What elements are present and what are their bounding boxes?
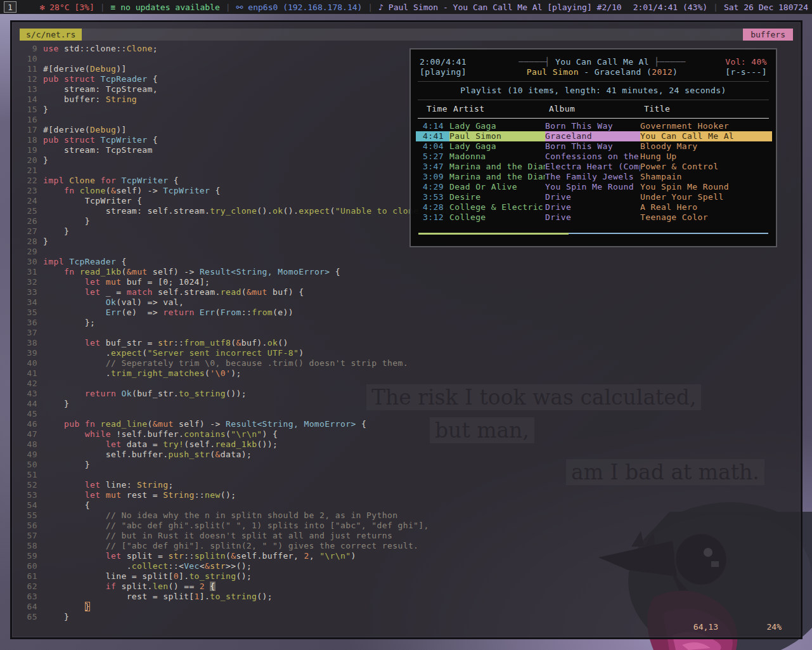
buffers-label[interactable]: buffers <box>743 29 793 41</box>
updates-module: ≡ no updates available <box>111 3 220 12</box>
playlist-row[interactable]: 3:47Marina and the DiamoElectra Heart (C… <box>411 162 776 172</box>
line-number: 27 <box>20 226 37 237</box>
cell-album: Confessions on the D <box>545 152 640 162</box>
column-time[interactable]: Time <box>420 104 453 114</box>
cell-title: You Spin Me Round <box>640 182 772 192</box>
line-number: 35 <box>20 308 37 318</box>
module-separator: | <box>94 3 111 12</box>
line-number: 28 <box>20 237 37 247</box>
line-number: 20 <box>20 155 37 166</box>
code-line: 48 let data = try!(self.read_1kb()); <box>20 439 793 450</box>
playlist[interactable]: 4:14Lady GagaBorn This WayGovernment Hoo… <box>411 121 776 223</box>
line-number: 10 <box>20 54 37 64</box>
line-number: 37 <box>20 328 37 338</box>
line-number: 44 <box>20 399 37 409</box>
code-line: 54 { <box>20 500 793 510</box>
line-number: 33 <box>20 287 37 297</box>
code-line: 56 // "abc def ghi".split(" ", 1) splits… <box>20 521 793 531</box>
line-number: 57 <box>20 531 37 541</box>
player-flags: [r-s---] <box>709 67 767 77</box>
line-number: 30 <box>20 257 37 267</box>
playlist-row[interactable]: 4:28College & Electric YDriveA Real Hero <box>411 202 776 212</box>
line-number: 52 <box>20 480 37 490</box>
line-number: 34 <box>20 297 37 308</box>
title-decoration-right: ├───── <box>649 57 686 67</box>
line-number: 15 <box>20 105 37 115</box>
tab-net-rs[interactable]: s/c/net.rs <box>20 29 82 41</box>
line-number: 56 <box>20 521 37 531</box>
code-line: 46 pub fn read_line(&mut self) -> Result… <box>20 419 793 429</box>
code-line: 43 return Ok(buf_str.to_string()); <box>20 389 793 399</box>
cell-time: 3:12 <box>416 212 449 223</box>
music-player-window[interactable]: 2:00/4:41 ─────┤ You Can Call Me Al ├───… <box>409 48 777 247</box>
column-artist[interactable]: Artist <box>453 104 549 114</box>
cell-title: Shampain <box>640 172 772 182</box>
cell-time: 3:47 <box>416 162 449 172</box>
line-number: 26 <box>20 216 37 226</box>
playlist-row[interactable]: 4:29Dead Or AliveYou Spin Me RoundYou Sp… <box>411 182 776 192</box>
scroll-percent: 24% <box>767 622 782 632</box>
player-track-title: ─────┤ You Can Call Me Al ├───── <box>496 57 709 67</box>
progress-remaining <box>569 233 768 234</box>
code-line: 57 // but in Rust it doesn't split at al… <box>20 531 793 541</box>
cell-artist: College <box>449 212 545 223</box>
line-number: 43 <box>20 389 37 399</box>
track-progress-bar[interactable] <box>418 232 768 235</box>
line-number: 58 <box>20 541 37 551</box>
cell-time: 4:29 <box>416 182 449 192</box>
workspace-indicator[interactable]: 1 <box>4 1 16 13</box>
line-number: 46 <box>20 419 37 429</box>
code-line: 34 Ok(val) => val, <box>20 297 793 308</box>
cell-artist: Lady Gaga <box>449 121 545 131</box>
vim-cursor: } <box>85 602 90 611</box>
code-line: 61 line = split[0].to_string(); <box>20 571 793 582</box>
line-number: 39 <box>20 348 37 358</box>
cell-artist: Madonna <box>449 152 545 162</box>
code-line: 49 self.buffer.push_str(&data); <box>20 450 793 460</box>
line-number: 32 <box>20 277 37 287</box>
progress-played <box>418 233 569 235</box>
title-decoration-left: ─────┤ <box>519 57 555 67</box>
code-line: 58 // ["abc def ghi"]. splitn(2, " ") gi… <box>20 541 793 551</box>
playlist-row[interactable]: 3:12CollegeDriveTeenage Color <box>411 212 776 223</box>
column-title[interactable]: Title <box>644 104 767 114</box>
playlist-row[interactable]: 5:27MadonnaConfessions on the DHung Up <box>411 152 776 162</box>
player-volume[interactable]: Vol: 40% <box>709 57 767 67</box>
cursor-position: 64,13 <box>693 622 718 632</box>
cell-time: 4:28 <box>416 202 449 212</box>
cell-title: Hung Up <box>640 152 772 162</box>
line-number: 24 <box>20 196 37 206</box>
cell-album: You Spin Me Round <box>545 182 640 192</box>
code-line: 39 .expect("Server sent incorrect UTF-8"… <box>20 348 793 358</box>
code-line: 31 fn read_1kb(&mut self) -> Result<Stri… <box>20 267 793 277</box>
cell-time: 3:09 <box>416 172 449 182</box>
playlist-row[interactable]: 4:04Lady GagaBorn This WayBloody Mary <box>411 141 776 152</box>
player-divider <box>418 81 769 82</box>
line-number: 9 <box>20 44 37 54</box>
cell-album: Drive <box>545 202 640 212</box>
module-separator: | <box>707 3 724 12</box>
cell-artist: Paul Simon <box>449 131 545 141</box>
line-number: 25 <box>20 206 37 216</box>
column-album[interactable]: Album <box>549 104 644 114</box>
temperature-icon: ✻ <box>40 3 45 12</box>
playlist-row[interactable]: 4:14Lady GagaBorn This WayGovernment Hoo… <box>411 121 776 131</box>
line-number: 12 <box>20 74 37 84</box>
code-line: 47 while !self.buffer.contains("\r\n") { <box>20 429 793 439</box>
playlist-row[interactable]: 3:09Marina and the DiamoThe Family Jewel… <box>411 172 776 182</box>
cell-artist: Lady Gaga <box>449 141 545 152</box>
cell-time: 4:41 <box>416 131 449 141</box>
cell-title: You Can Call Me Al <box>640 131 772 141</box>
vim-ruler: 64,13 24% <box>12 622 801 632</box>
clock-module: Sat 26 Dec 180724 <box>724 3 808 12</box>
code-line: 45 <box>20 409 793 419</box>
line-number: 18 <box>20 135 37 145</box>
line-number: 41 <box>20 368 37 379</box>
line-number: 59 <box>20 551 37 561</box>
player-state: [playing] <box>420 67 496 77</box>
line-number: 47 <box>20 429 37 439</box>
playlist-row-selected[interactable]: 4:41Paul SimonGracelandYou Can Call Me A… <box>411 131 776 141</box>
playlist-row[interactable]: 3:53DesireDriveUnder Your Spell <box>411 192 776 202</box>
line-number: 38 <box>20 338 37 348</box>
line-number: 40 <box>20 358 37 368</box>
